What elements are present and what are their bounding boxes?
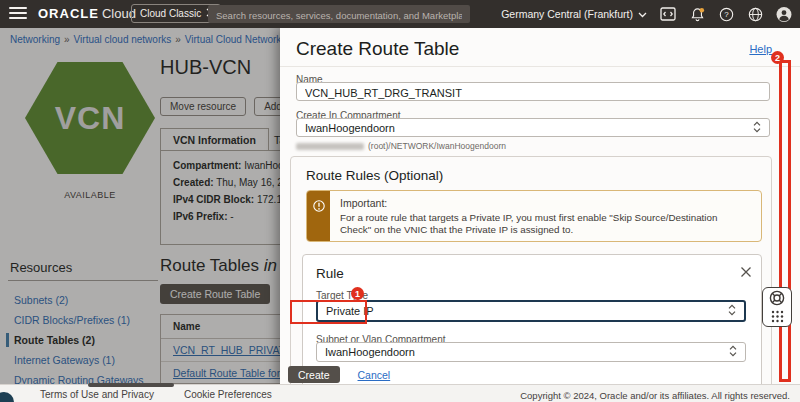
- warning-stripe: [307, 191, 330, 241]
- region-label: Germany Central (Frankfurt): [501, 8, 633, 20]
- panel-footer-actions: Create Cancel: [288, 366, 390, 383]
- hamburger-menu-icon[interactable]: [9, 7, 27, 20]
- name-field[interactable]: [297, 85, 769, 102]
- panel-title: Create Route Table: [296, 38, 459, 60]
- global-search: [208, 5, 470, 23]
- cloud-shell-icon[interactable]: [660, 6, 676, 22]
- terms-link[interactable]: Terms of Use and Privacy: [40, 389, 154, 400]
- compartment-select[interactable]: IwanHoogendoorn: [296, 118, 770, 137]
- support-lifering-icon[interactable]: [769, 290, 785, 306]
- annotation-badge-1: 1: [351, 287, 364, 300]
- screen: ORACLECloud Cloud Classic Germany Centra…: [0, 0, 800, 402]
- region-selector[interactable]: Germany Central (Frankfurt): [501, 8, 647, 20]
- route-rules-heading: Route Rules (Optional): [306, 168, 443, 183]
- compartment-select-value: IwanHoogendoorn: [305, 122, 753, 134]
- globe-icon[interactable]: [747, 6, 763, 22]
- select-chevrons-icon: [729, 345, 737, 359]
- chevron-down-icon: [638, 8, 647, 20]
- annotation-badge-2: 2: [771, 51, 784, 64]
- select-chevrons-icon: [753, 121, 761, 135]
- warning-body: For a route rule that targets a Private …: [340, 212, 751, 236]
- notifications-bell-icon[interactable]: [689, 6, 705, 22]
- topbar-right-cluster: Germany Central (Frankfurt) ?: [501, 0, 792, 28]
- search-input[interactable]: [208, 7, 470, 25]
- name-field-wrap: [296, 82, 770, 101]
- create-route-table-panel: Create Route Table Help Name Create In C…: [280, 28, 800, 385]
- exclamation-icon: [313, 198, 325, 241]
- cancel-button[interactable]: Cancel: [358, 369, 391, 381]
- svg-text:?: ?: [724, 10, 729, 19]
- warning-title: Important:: [340, 197, 751, 209]
- oracle-cloud-logo[interactable]: ORACLECloud: [38, 6, 136, 21]
- target-type-select[interactable]: Private IP: [316, 300, 746, 322]
- target-type-value: Private IP: [326, 305, 728, 317]
- help-link[interactable]: Help: [749, 43, 772, 55]
- select-chevrons-icon: [728, 304, 736, 318]
- create-button[interactable]: Create: [288, 366, 340, 383]
- subnet-compartment-value: IwanHoogendoorn: [325, 346, 729, 358]
- brand-oracle: ORACLE: [38, 6, 99, 21]
- close-icon[interactable]: [740, 264, 754, 278]
- redacted-tenancy-name: [296, 143, 364, 150]
- important-warning-banner: Important: For a route rule that targets…: [306, 190, 762, 242]
- compartment-path: (root)/NETWORK/IwanHoogendoorn: [296, 141, 506, 151]
- avatar[interactable]: [776, 6, 792, 22]
- help-icon[interactable]: ?: [718, 6, 734, 22]
- horizontal-scrollbar[interactable]: [88, 383, 174, 387]
- rule-card-title: Rule: [316, 266, 344, 281]
- launcher-grid-icon[interactable]: [769, 309, 785, 325]
- top-navigation-bar: ORACLECloud Cloud Classic Germany Centra…: [0, 0, 800, 28]
- cloud-classic-label: Cloud Classic: [140, 8, 201, 19]
- copyright-text: Copyright © 2024, Oracle and/or its affi…: [520, 390, 790, 401]
- subnet-compartment-select[interactable]: IwanHoogendoorn: [316, 342, 746, 362]
- cookie-preferences-link[interactable]: Cookie Preferences: [184, 389, 272, 400]
- floating-assist-widget: [762, 287, 792, 327]
- annotation-box-target-type: [290, 300, 367, 324]
- annotation-line-panel-right: [779, 60, 791, 382]
